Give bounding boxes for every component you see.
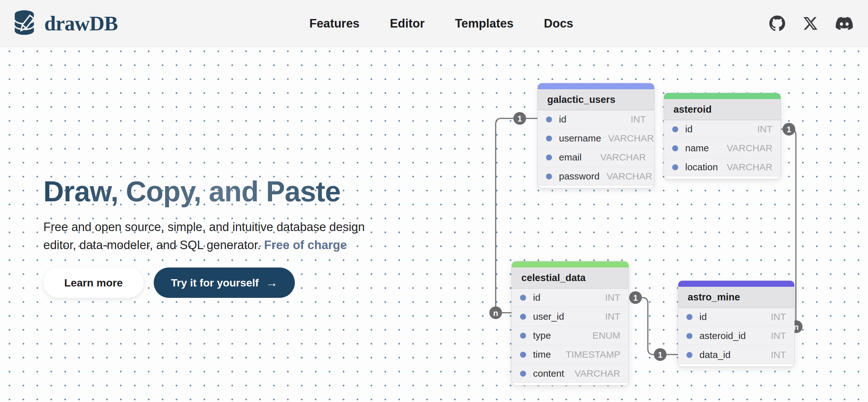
- field-dot-icon: [672, 145, 678, 151]
- field-dot-icon: [686, 314, 692, 320]
- field-name: password: [559, 171, 599, 182]
- field-type: INT: [771, 312, 786, 322]
- table-accent-bar: [512, 261, 628, 267]
- db-table-asteroid: asteroididINTnameVARCHARlocationVARCHAR: [664, 93, 781, 179]
- table-name: galactic_users: [538, 89, 654, 110]
- field-type: VARCHAR: [727, 162, 772, 173]
- db-table-galactic_users: galactic_usersidINTusernameVARCHARemailV…: [537, 83, 654, 188]
- table-field-row: locationVARCHAR: [664, 158, 781, 176]
- free-of-charge-highlight: Free of charge: [264, 238, 347, 252]
- table-field-row: emailVARCHAR: [538, 148, 654, 167]
- field-dot-icon: [520, 295, 526, 301]
- learn-more-button[interactable]: Learn more: [43, 267, 144, 298]
- table-field-row: nameVARCHAR: [664, 139, 781, 157]
- field-type: VARCHAR: [600, 152, 646, 163]
- field-name: id: [685, 124, 692, 135]
- field-dot-icon: [686, 333, 692, 339]
- table-field-row: idINT: [664, 120, 781, 138]
- field-type: INT: [757, 124, 772, 135]
- logo-wordmark: drawDB: [44, 11, 118, 35]
- field-name: time: [533, 349, 551, 360]
- field-dot-icon: [672, 126, 678, 132]
- field-dot-icon: [520, 352, 526, 358]
- drawdb-logo[interactable]: drawDB: [12, 8, 118, 39]
- table-field-row: typeENUM: [512, 326, 628, 345]
- field-type: INT: [605, 311, 620, 322]
- field-dot-icon: [686, 352, 692, 358]
- table-field-row: usernameVARCHAR: [538, 129, 654, 147]
- hero-section: Draw, Copy, and Paste Free and open sour…: [43, 176, 365, 298]
- table-field-row: data_idINT: [678, 346, 794, 364]
- field-name: content: [533, 368, 564, 379]
- hero-subtitle-line1: Free and open source, simple, and intuit…: [43, 220, 365, 234]
- database-pencil-icon: [12, 8, 41, 39]
- field-dot-icon: [520, 371, 526, 377]
- github-icon[interactable]: [769, 16, 785, 31]
- field-type: INT: [631, 114, 646, 125]
- table-accent-bar: [678, 281, 794, 287]
- field-name: location: [685, 162, 718, 173]
- table-name: celestial_data: [512, 267, 628, 288]
- field-name: id: [559, 114, 566, 125]
- field-dot-icon: [546, 136, 552, 142]
- db-table-celestial_data: celestial_dataidINTuser_idINTtypeENUMtim…: [512, 261, 629, 385]
- nav-item-features[interactable]: Features: [309, 17, 359, 30]
- field-name: data_id: [700, 349, 731, 360]
- table-field-row: idINT: [678, 308, 794, 326]
- field-type: TIMESTAMP: [566, 349, 620, 360]
- table-name: astro_mine: [678, 287, 794, 308]
- field-type: VARCHAR: [575, 368, 620, 379]
- table-field-row: user_idINT: [512, 307, 628, 326]
- db-table-astro_mine: astro_mineidINTasteroid_idINTdata_idINT: [678, 281, 795, 367]
- social-links: [769, 15, 853, 32]
- arrow-right-icon: →: [266, 277, 278, 289]
- page-title: Draw, Copy, and Paste: [43, 176, 365, 207]
- hero-buttons: Learn more Try it for yourself →: [43, 267, 365, 298]
- table-field-row: idINT: [512, 288, 628, 307]
- table-field-row: timeTIMESTAMP: [512, 345, 628, 364]
- field-name: id: [533, 292, 540, 303]
- field-dot-icon: [546, 173, 552, 179]
- field-dot-icon: [520, 314, 526, 320]
- try-it-label: Try it for yourself: [171, 277, 259, 289]
- field-type: VARCHAR: [608, 133, 654, 144]
- field-dot-icon: [520, 333, 526, 339]
- field-name: type: [533, 330, 551, 341]
- field-type: VARCHAR: [607, 171, 652, 182]
- field-name: id: [700, 312, 707, 322]
- table-field-row: asteroid_idINT: [678, 327, 794, 345]
- field-type: ENUM: [592, 330, 620, 341]
- field-name: username: [559, 133, 601, 144]
- hero-subtitle-line2: editor, data-modeler, and SQL generator.: [43, 238, 261, 252]
- nav-links: Features Editor Templates Docs: [309, 17, 573, 30]
- nav-item-docs[interactable]: Docs: [544, 17, 573, 30]
- table-accent-bar: [538, 83, 654, 89]
- table-accent-bar: [664, 93, 781, 99]
- table-name: asteroid: [664, 99, 781, 120]
- nav-item-templates[interactable]: Templates: [455, 17, 514, 30]
- table-field-row: idINT: [538, 110, 654, 128]
- field-name: email: [559, 152, 582, 163]
- field-type: INT: [605, 292, 620, 303]
- discord-icon[interactable]: [836, 15, 853, 32]
- field-name: name: [685, 143, 709, 153]
- field-dot-icon: [546, 154, 552, 161]
- field-type: INT: [771, 349, 786, 360]
- field-dot-icon: [546, 116, 552, 122]
- top-nav: drawDB Features Editor Templates Docs: [0, 0, 868, 47]
- hero-subtitle: Free and open source, simple, and intuit…: [43, 218, 365, 254]
- try-it-button[interactable]: Try it for yourself →: [154, 267, 295, 298]
- field-name: asteroid_id: [700, 331, 746, 341]
- field-dot-icon: [672, 164, 678, 170]
- field-type: VARCHAR: [727, 143, 772, 153]
- field-name: user_id: [533, 311, 564, 322]
- table-field-row: passwordVARCHAR: [538, 167, 654, 185]
- table-field-row: contentVARCHAR: [512, 364, 628, 383]
- x-icon[interactable]: [803, 17, 817, 30]
- nav-item-editor[interactable]: Editor: [390, 17, 425, 30]
- field-type: INT: [771, 331, 786, 341]
